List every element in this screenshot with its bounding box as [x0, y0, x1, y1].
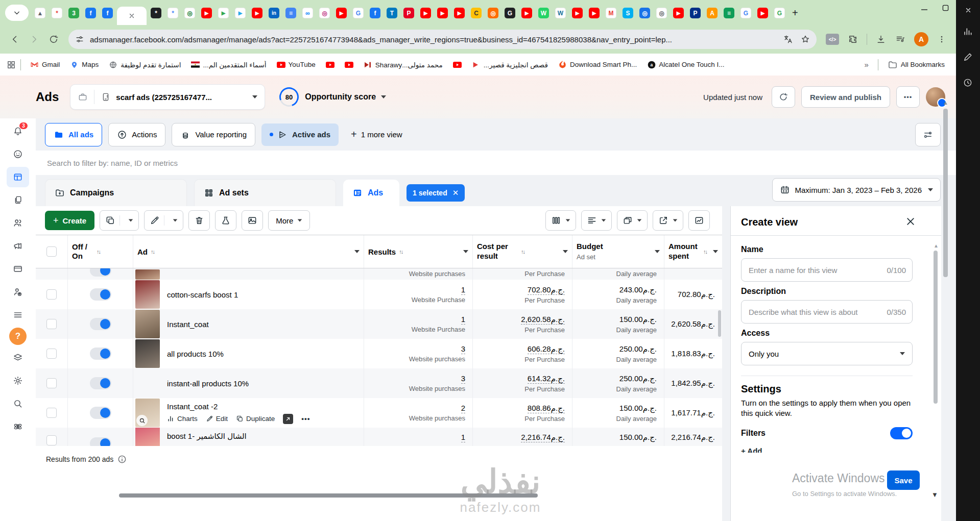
edit-action-button[interactable]: Edit [206, 415, 228, 423]
delete-button[interactable] [188, 210, 210, 231]
new-tab-button[interactable]: + [792, 8, 798, 18]
ab-test-button[interactable] [215, 210, 236, 231]
browser-tab-favicon[interactable]: ▶ [757, 8, 768, 18]
charts-action-button[interactable]: Charts [167, 415, 198, 423]
browser-tab-favicon[interactable]: W [538, 8, 549, 18]
sidebar-item-business-settings[interactable] [7, 282, 29, 302]
one-more-view-button[interactable]: + 1 more view [351, 129, 402, 140]
tab-search-button[interactable] [5, 5, 29, 21]
bookmark-item[interactable] [453, 60, 462, 69]
create-button[interactable]: + Create [45, 211, 94, 230]
columns-button[interactable] [545, 210, 576, 231]
sidebar-item-ads-manager[interactable] [7, 167, 29, 187]
off-on-toggle[interactable] [90, 288, 111, 301]
browser-tab-favicon[interactable]: * [52, 8, 62, 18]
ad-name-link[interactable]: Instant_coat -2 [167, 402, 310, 411]
bookmark-item[interactable]: aAlcatel One Touch I... [647, 60, 724, 69]
all-bookmarks-button[interactable]: All Bookmarks [888, 60, 945, 70]
sidebar-item-developer[interactable] [7, 416, 29, 437]
view-settings-button[interactable] [915, 123, 941, 146]
browser-tab-favicon[interactable]: T [387, 8, 397, 18]
bookmark-item[interactable] [326, 60, 334, 69]
browser-tab-favicon[interactable]: * [168, 8, 178, 18]
breakdown-button[interactable] [581, 210, 612, 231]
sidebar-item-feedback[interactable] [7, 144, 29, 164]
close-tab-icon[interactable] [129, 13, 135, 19]
duplicate-button[interactable] [100, 210, 139, 231]
ad-thumbnail[interactable] [135, 310, 160, 338]
panel-scrollbar[interactable]: ▲ [934, 243, 938, 404]
browser-tab-favicon[interactable]: ▶ [572, 8, 583, 18]
sidebar-item-reports[interactable] [7, 190, 29, 210]
browser-tab-favicon[interactable]: G [505, 8, 515, 18]
browser-tab-favicon[interactable]: f [102, 8, 113, 18]
window-minimize-button[interactable] [921, 4, 928, 11]
column-header-cost[interactable]: Cost per result ↑↓ [472, 235, 572, 268]
ad-account-selector[interactable]: scarf ads (225725167477... [70, 84, 265, 110]
browser-tab-favicon[interactable]: in [269, 8, 279, 18]
browser-tab-favicon[interactable]: ▲ [35, 8, 45, 18]
browser-profile-avatar[interactable]: A [914, 32, 928, 46]
sidebar-item-audiences[interactable] [7, 213, 29, 233]
column-header-amount[interactable]: Amount spent ↑↓ [664, 235, 722, 268]
clear-selection-icon[interactable]: ✕ [452, 188, 459, 197]
off-on-toggle[interactable] [90, 318, 111, 330]
ad-thumbnail[interactable] [135, 280, 160, 309]
browser-tab-favicon[interactable]: A [707, 8, 718, 18]
browser-tab-favicon[interactable]: P [403, 8, 414, 18]
row-checkbox[interactable] [46, 378, 57, 388]
off-on-toggle[interactable] [90, 377, 111, 389]
ad-name-link[interactable]: boost 1- الشال الكاشمير [167, 432, 247, 441]
filters-toggle[interactable] [890, 427, 913, 439]
browser-tab-favicon[interactable]: ∞ [302, 8, 313, 18]
bookmark-item[interactable] [345, 60, 353, 69]
sidebar-item-help[interactable]: ? [9, 328, 27, 345]
devtools-extension-icon[interactable]: </> [826, 34, 839, 45]
tab-campaigns[interactable]: Campaigns [45, 179, 187, 206]
save-button[interactable]: Save [887, 470, 920, 490]
open-ad-button[interactable] [283, 414, 293, 424]
row-checkbox[interactable] [46, 349, 57, 359]
date-range-selector[interactable]: Maximum: Jan 3, 2023 – Feb 3, 2026 [772, 178, 941, 202]
sidebar-item-billing[interactable] [7, 259, 29, 279]
bookmark-item[interactable]: استمارة تقدم لوظيفة [109, 60, 181, 69]
ad-thumbnail[interactable] [135, 428, 160, 446]
off-on-toggle[interactable] [90, 407, 111, 419]
active-browser-tab[interactable] [117, 7, 147, 25]
bookmark-item[interactable]: Download Smart Ph... [558, 60, 637, 69]
bookmark-item[interactable]: أسماء المتقدمين الم... [191, 60, 266, 69]
bookmark-item[interactable]: محمد متولى...Sharawy [364, 60, 443, 69]
browser-tab-favicon[interactable]: W [555, 8, 566, 18]
opportunity-score[interactable]: 80 Opportunity score [279, 87, 386, 107]
column-header-off-on[interactable]: Off / On ↑↓ [67, 235, 133, 268]
description-input[interactable] [748, 307, 887, 317]
search-input[interactable] [46, 158, 600, 168]
browser-tab-favicon[interactable]: S [623, 8, 633, 18]
browser-tab-favicon[interactable]: ◎ [184, 8, 195, 18]
browser-tab-favicon[interactable]: G [353, 8, 364, 18]
sidebar-item-promotions[interactable] [7, 236, 29, 256]
bookmarks-overflow-icon[interactable]: » [864, 60, 868, 69]
row-checkbox[interactable] [46, 289, 57, 300]
table-row[interactable]: boost 1- الشال الكاشمير12,216.74ج.م.150.… [36, 428, 722, 446]
browser-tab-favicon[interactable]: f [85, 8, 96, 18]
ad-thumbnail[interactable] [135, 269, 160, 280]
ad-name-link[interactable]: Instant_coat [167, 320, 209, 329]
media-queue-icon[interactable] [895, 34, 905, 44]
browser-tab-favicon[interactable]: P [690, 8, 701, 18]
tab-ads[interactable]: Ads [343, 180, 399, 206]
selected-count-chip[interactable]: 1 selected ✕ [407, 184, 465, 202]
browser-tab-favicon[interactable]: ▶ [420, 8, 431, 18]
apps-grid-icon[interactable] [6, 60, 16, 70]
browser-tab-favicon[interactable]: ▶ [336, 8, 347, 18]
browser-tab-favicon[interactable]: ≡ [285, 8, 296, 18]
clock-icon[interactable] [963, 78, 974, 88]
ad-thumbnail[interactable] [135, 399, 160, 427]
browser-tab-favicon[interactable]: G [740, 8, 751, 18]
browser-tab-favicon[interactable]: ≡ [724, 8, 734, 18]
magnifier-icon[interactable] [136, 415, 148, 426]
edit-button[interactable] [144, 210, 183, 231]
bookmark-star-icon[interactable] [800, 34, 810, 44]
tab-ad-sets[interactable]: Ad sets [194, 179, 336, 206]
back-button[interactable] [10, 34, 20, 44]
